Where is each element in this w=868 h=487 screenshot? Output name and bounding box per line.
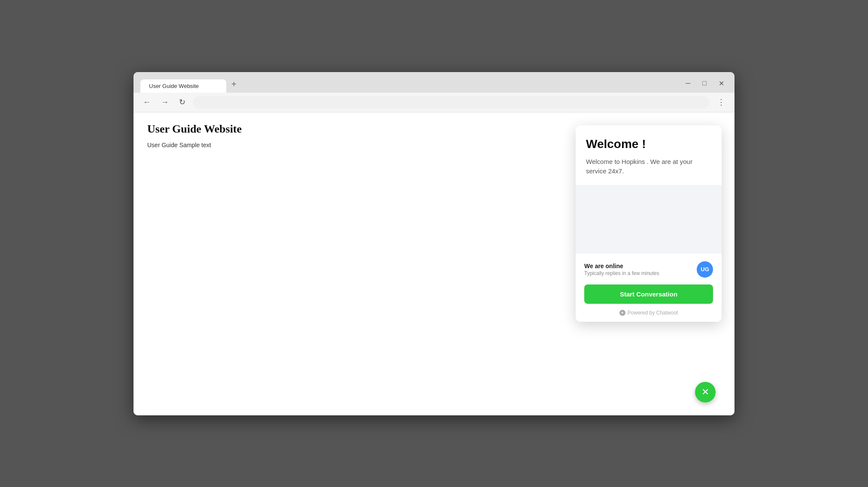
browser-window: User Guide Website + ─ □ ✕ ← → ↻ ⋮ User … <box>134 72 734 415</box>
chat-footer: We are online Typically replies in a few… <box>576 254 722 322</box>
browser-navbar: ← → ↻ ⋮ <box>134 93 734 112</box>
powered-by-text: Powered by Chatwoot <box>628 310 678 316</box>
chat-widget: Welcome ! Welcome to Hopkins . We are at… <box>576 125 722 322</box>
chat-welcome-text: Welcome to Hopkins . We are at your serv… <box>586 157 711 176</box>
start-conversation-button[interactable]: Start Conversation <box>584 284 713 304</box>
tab-bar: User Guide Website + <box>140 76 684 93</box>
chat-close-fab[interactable]: ✕ <box>695 382 716 402</box>
refresh-button[interactable]: ↻ <box>176 97 188 108</box>
chat-body <box>576 185 722 254</box>
chat-welcome-title: Welcome ! <box>586 137 711 151</box>
browser-tab[interactable]: User Guide Website <box>140 79 226 93</box>
maximize-button[interactable]: □ <box>701 79 708 88</box>
reply-time: Typically replies in a few minutes <box>584 270 659 276</box>
tab-label: User Guide Website <box>149 83 199 89</box>
minimize-button[interactable]: ─ <box>684 79 692 88</box>
address-bar[interactable] <box>193 96 710 109</box>
browser-content: User Guide Website User Guide Sample tex… <box>134 112 734 415</box>
powered-by: ✦ Powered by Chatwoot <box>584 310 713 316</box>
chat-header: Welcome ! Welcome to Hopkins . We are at… <box>576 125 722 185</box>
close-button[interactable]: ✕ <box>717 79 726 88</box>
avatar: UG <box>697 261 713 278</box>
back-button[interactable]: ← <box>140 97 153 108</box>
browser-menu-button[interactable]: ⋮ <box>715 97 728 108</box>
chatwoot-icon: ✦ <box>619 310 625 316</box>
online-status: We are online Typically replies in a few… <box>584 261 713 278</box>
window-controls: ─ □ ✕ <box>684 79 728 93</box>
new-tab-button[interactable]: + <box>226 76 242 92</box>
online-status-left: We are online Typically replies in a few… <box>584 263 659 276</box>
online-text: We are online <box>584 263 659 269</box>
browser-titlebar: User Guide Website + ─ □ ✕ <box>134 72 734 93</box>
forward-button[interactable]: → <box>158 97 171 108</box>
